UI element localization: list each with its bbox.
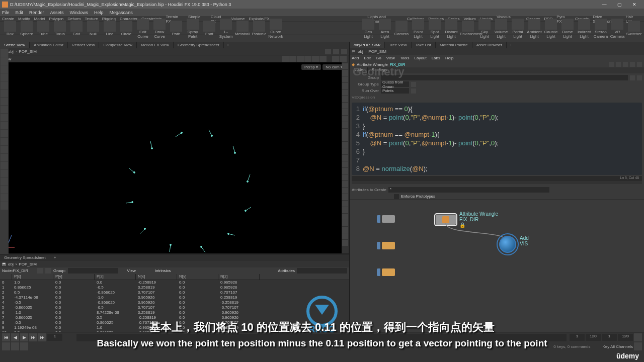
table-row[interactable]: 8-0.50.00.866025-0.7071070.0-0.707107 [0,320,349,325]
viewport-display-icon[interactable] [342,220,348,226]
viewport-tool-icon[interactable] [1,138,8,145]
run-over-chevron-icon[interactable] [411,88,416,94]
range-end2[interactable]: 120 [618,334,633,341]
close-button[interactable]: ✕ [627,1,642,8]
tool-indirect-light[interactable] [578,19,590,30]
viewport-display-icon[interactable] [342,201,348,207]
key-menu-chevron-icon[interactable] [634,342,642,350]
viewport-btn-7[interactable] [332,56,339,62]
viewport-display-icon[interactable] [342,181,348,187]
table-row[interactable]: 4-0.50.0-0.8660250.9659260.0-0.258819 [0,300,349,305]
pane-tab[interactable]: Geometry Spreadsheet [174,42,224,48]
ss-view-label[interactable]: View [127,268,136,273]
ss-intrinsics[interactable]: Intrinsics [155,268,171,273]
pane-tab[interactable]: Render View [68,42,100,48]
viewport-tool-icon[interactable] [1,73,8,81]
param-path-bar[interactable]: ⬒ obj › POP_SIM [350,48,644,55]
ss-group-input[interactable] [68,268,118,274]
pane-tab[interactable]: Animation Editor [30,42,68,48]
viewport-tool-icon[interactable] [1,146,8,153]
group-type-chevron-icon[interactable] [411,82,416,87]
tool-box[interactable] [4,21,16,32]
viewport-display-icon[interactable] [342,89,348,96]
viewport-tool-icon[interactable] [1,170,8,177]
viewport-display-icon[interactable] [342,76,348,82]
menu-file[interactable]: File [2,10,10,15]
viewport-display-icon[interactable] [342,96,348,102]
menu-render[interactable]: Render [29,10,44,15]
viewport-tool-icon[interactable] [1,178,8,186]
table-row[interactable]: 6-1.00.08.74228e-080.2588190.0-0.965926 [0,310,349,315]
tool-switcher[interactable] [628,21,640,32]
viewport-display-icon[interactable] [342,129,348,135]
viewport-display-icon[interactable] [342,148,348,154]
tool-draw-curve[interactable] [153,19,166,30]
viewport-btn-6[interactable] [319,56,327,62]
tool-l-system[interactable] [220,19,232,30]
tool-environment[interactable] [462,21,474,32]
tool-sphere[interactable] [21,21,33,32]
tool-curve-network[interactable] [270,19,282,30]
frame-field[interactable]: 1 [47,334,62,341]
pane-tab[interactable]: Motion FX View [137,42,174,48]
auto-key-button[interactable] [2,342,10,350]
ss-attrs[interactable]: Attributes [278,268,295,273]
viewport-tool-icon[interactable] [1,154,8,161]
tool-metaball[interactable] [236,21,249,32]
pane-tab[interactable]: Material Palette [436,42,472,48]
group-type-select[interactable]: Guess from Group [381,81,409,87]
param-menu-edit[interactable]: Edit [364,56,371,60]
viewport-display-icon[interactable] [342,83,348,89]
pane-tab[interactable]: Take List [412,42,436,48]
menu-megascans[interactable]: Megascans [110,10,133,15]
tool-torus[interactable] [54,21,66,32]
viewport-tool-icon[interactable] [1,130,8,137]
pane-tab[interactable]: Asset Browser [472,42,507,48]
tool-platonic[interactable] [253,21,265,32]
viewport-display-icon[interactable] [342,103,348,109]
viewport-display-icon[interactable] [342,188,348,194]
tool-camera[interactable] [395,21,408,32]
expression-field[interactable] [352,183,642,184]
viewport-tool-icon[interactable] [1,89,8,97]
tab-code[interactable]: Code [350,67,368,73]
menu-assets[interactable]: Assets [50,10,64,15]
viewport-tool-icon[interactable] [1,114,8,121]
tool-grid[interactable] [70,21,83,32]
range-start2[interactable]: 1 [602,334,617,341]
viewport-btn-2[interactable] [289,56,296,62]
range-lock-icon[interactable] [634,333,642,341]
tool-sky-light[interactable] [478,19,491,30]
play-first-button[interactable]: ⏮ [2,333,10,341]
pane-tab[interactable]: Composite View [99,42,137,48]
tool-distant-light[interactable] [445,19,457,30]
play-prev-button[interactable]: ◀ [11,333,19,341]
viewport-btn-4[interactable] [304,56,311,62]
mini-node-3[interactable] [377,268,395,276]
scene-path-bar[interactable]: ⬒ obj › POP_SIM [0,48,349,55]
tool-font[interactable] [203,21,215,32]
channel-button[interactable] [11,342,19,350]
viewport-tool-icon[interactable] [1,122,8,129]
tool-point-light[interactable] [412,19,424,30]
viewport-btn-8[interactable] [340,56,347,62]
group-select-icon[interactable] [637,75,642,80]
key-channels-menu[interactable]: Key All Channels [603,344,633,349]
viewport-display-icon[interactable] [342,233,348,239]
spreadsheet-path[interactable]: ⬒ obj› POP_SIM [0,261,349,267]
viewport-tool-icon[interactable] [1,194,8,202]
minimize-button[interactable]: — [597,1,612,8]
group-input[interactable] [381,75,628,80]
viewport-tool-icon[interactable] [1,49,8,57]
spreadsheet-tab[interactable]: Geometry Spreadsheet [0,255,50,260]
tool-tube[interactable] [37,21,49,32]
param-gear-icon[interactable] [609,62,614,67]
table-row[interactable]: 10.8660250.0-0.50.2588190.00.965926 [0,285,349,290]
table-row[interactable]: 91.19249e-080.01.0-0.9659260.0-0.258819 [0,325,349,330]
viewport-display-icon[interactable] [342,168,348,174]
table-row[interactable]: 01.00.00.0-0.2588190.00.965926 [0,280,349,285]
tool-caustic-light[interactable] [545,19,557,30]
param-flag-icon[interactable] [616,62,621,67]
tool-geo-light[interactable] [362,19,374,30]
tool-path[interactable] [170,21,182,32]
